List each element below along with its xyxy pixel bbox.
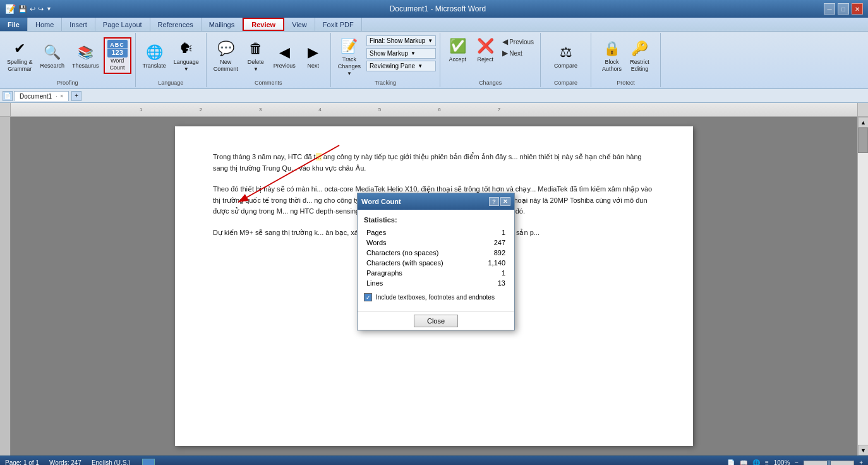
- tab-foxit-pdf[interactable]: Foxit PDF: [315, 18, 362, 31]
- tab-references[interactable]: References: [150, 18, 202, 31]
- left-ruler: [0, 117, 11, 456]
- changes-next-label: Next: [509, 50, 522, 57]
- track-changes-button[interactable]: 📝 TrackChanges▼: [335, 34, 364, 78]
- show-markup-dropdown[interactable]: Show Markup ▼: [366, 48, 436, 59]
- qat-save[interactable]: 💾: [18, 5, 27, 13]
- qat-undo[interactable]: ↩: [30, 5, 35, 13]
- changes-next-button[interactable]: ▶ Next: [500, 48, 536, 58]
- delete-comment-button[interactable]: 🗑 Delete▼: [243, 37, 269, 75]
- final-show-markup-dropdown[interactable]: Final: Show Markup ▼: [366, 35, 436, 46]
- table-row-chars-no-spaces: Characters (no spaces) 892: [364, 248, 508, 258]
- tab-close-button[interactable]: ×: [60, 93, 63, 99]
- checkbox-row: ✓ Include textboxes, footnotes and endno…: [364, 293, 508, 301]
- new-tab-button[interactable]: +: [71, 91, 81, 101]
- view-web-button[interactable]: 🌐: [752, 459, 760, 465]
- tab-home[interactable]: Home: [28, 18, 62, 31]
- dropdown-arrow-1: ▼: [428, 38, 433, 44]
- dialog-body: Statistics: Pages 1 Words 247 Characters…: [358, 210, 514, 311]
- qat-dropdown[interactable]: ▼: [46, 6, 52, 12]
- dialog-footer: Close: [358, 311, 514, 330]
- block-authors-button[interactable]: 🔒 BlockAuthors: [599, 37, 625, 75]
- dialog-title-buttons: ? ✕: [489, 197, 510, 206]
- track-changes-label: TrackChanges▼: [338, 56, 361, 76]
- language-button[interactable]: 🗣 Language▼: [171, 37, 202, 75]
- qat-redo[interactable]: ↪: [38, 5, 44, 13]
- paragraphs-value: 1: [477, 268, 508, 278]
- maximize-button[interactable]: □: [838, 3, 849, 15]
- block-authors-icon: 🔒: [602, 39, 622, 59]
- table-row-paragraphs: Paragraphs 1: [364, 268, 508, 278]
- include-textboxes-checkbox[interactable]: ✓: [364, 293, 372, 301]
- final-show-markup-label: Final: Show Markup: [370, 37, 425, 44]
- document-nav-icon[interactable]: 📄: [3, 91, 13, 101]
- tab-review[interactable]: Review: [243, 18, 284, 31]
- title-bar-left: 📝 💾 ↩ ↪ ▼: [5, 4, 52, 14]
- tab-page-layout[interactable]: Page Layout: [95, 18, 150, 31]
- word-count-button[interactable]: ABC 123 WordCount: [104, 37, 131, 74]
- reviewing-pane-label: Reviewing Pane: [370, 63, 415, 69]
- changes-group-label: Changes: [440, 80, 540, 86]
- previous-comment-label: Previous: [274, 63, 296, 69]
- spelling-grammar-button[interactable]: ✔ Spelling &Grammar: [4, 37, 36, 75]
- changes-previous-icon: ◀: [502, 37, 508, 46]
- next-comment-button[interactable]: ▶ Next: [300, 40, 327, 71]
- scroll-down-button[interactable]: ▼: [858, 445, 868, 456]
- view-normal-button[interactable]: 📄: [727, 459, 735, 465]
- spelling-label: Spelling &Grammar: [7, 59, 33, 73]
- compare-label: Compare: [554, 63, 577, 69]
- chars-with-spaces-value: 1,140: [477, 258, 508, 268]
- new-comment-button[interactable]: 💬 NewComment: [210, 37, 241, 75]
- show-markup-label: Show Markup: [370, 50, 408, 57]
- tab-mailings[interactable]: Mailings: [202, 18, 243, 31]
- language-label: Language▼: [174, 59, 199, 73]
- dialog-close-x-button[interactable]: ✕: [500, 197, 510, 206]
- dropdown-arrow-2: ▼: [411, 51, 416, 56]
- ruler-scale: 1 2 3 4 5 6 7: [11, 103, 857, 116]
- zoom-slider[interactable]: [804, 461, 854, 466]
- close-button[interactable]: ✕: [852, 3, 863, 15]
- research-button[interactable]: 🔍 Research: [37, 40, 68, 71]
- word-count-icon: ABC 123: [107, 40, 128, 57]
- dialog-help-button[interactable]: ?: [489, 197, 499, 206]
- ribbon-content: ✔ Spelling &Grammar 🔍 Research 📚 Thesaur…: [0, 32, 868, 88]
- dialog-title-bar: Word Count ? ✕: [358, 193, 514, 210]
- words-value: 247: [477, 238, 508, 248]
- scroll-thumb[interactable]: [858, 128, 868, 153]
- changes-previous-button[interactable]: ◀ Previous: [500, 37, 536, 47]
- next-comment-icon: ▶: [303, 42, 323, 63]
- view-reading-button[interactable]: 📖: [740, 459, 747, 465]
- scroll-up-button[interactable]: ▲: [858, 117, 868, 128]
- reject-button[interactable]: ❌ Reject: [472, 34, 498, 65]
- scroll-track[interactable]: [858, 128, 868, 445]
- zoom-out-button[interactable]: −: [795, 459, 799, 465]
- tab-insert[interactable]: Insert: [62, 18, 95, 31]
- dialog-close-button[interactable]: Close: [414, 315, 458, 327]
- reject-icon: ❌: [475, 36, 495, 56]
- view-outline-button[interactable]: ≡: [765, 459, 769, 465]
- vertical-scrollbar: ▲ ▼: [857, 117, 868, 456]
- word-count-dialog: Word Count ? ✕ Statistics: Pages 1 Words…: [357, 193, 515, 330]
- document-tab[interactable]: Document1 · ×: [14, 91, 69, 101]
- ruler-scrollbar-corner: [857, 103, 868, 116]
- minimize-button[interactable]: ─: [824, 3, 835, 15]
- title-bar-controls: ─ □ ✕: [824, 3, 863, 15]
- tab-file[interactable]: File: [0, 18, 28, 31]
- language-group: 🌐 Translate 🗣 Language▼ Language: [136, 33, 207, 87]
- new-comment-icon: 💬: [215, 39, 236, 59]
- reviewing-pane-dropdown[interactable]: Reviewing Pane ▼: [366, 61, 436, 71]
- document-text-block-1: Trong tháng 3 năm nay, HTC đã t... ang c…: [213, 152, 655, 174]
- chars-with-spaces-label: Characters (with spaces): [364, 258, 477, 268]
- tab-view[interactable]: View: [284, 18, 315, 31]
- compare-button[interactable]: ⚖ Compare: [551, 40, 581, 71]
- previous-comment-button[interactable]: ◀ Previous: [270, 40, 299, 71]
- thesaurus-label: Thesaurus: [72, 63, 99, 69]
- thesaurus-button[interactable]: 📚 Thesaurus: [69, 40, 102, 71]
- translate-button[interactable]: 🌐 Translate: [140, 40, 169, 71]
- table-row-lines: Lines 13: [364, 278, 508, 288]
- restrict-editing-button[interactable]: 🔑 RestrictEditing: [627, 37, 653, 75]
- page-info: Page: 1 of 1: [5, 459, 39, 465]
- zoom-in-button[interactable]: +: [859, 459, 863, 465]
- ruler: 1 2 3 4 5 6 7: [0, 103, 868, 117]
- compare-group: ⚖ Compare Compare: [541, 33, 591, 87]
- accept-button[interactable]: ✅ Accept: [444, 34, 471, 65]
